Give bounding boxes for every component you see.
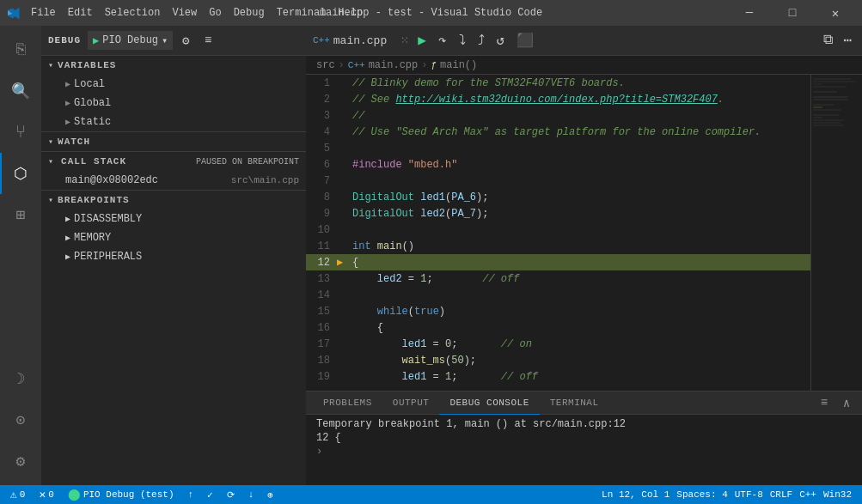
status-debug-label[interactable]: ⬤ PIO Debug (test): [64, 485, 178, 504]
status-spaces[interactable]: Spaces: 4: [673, 485, 731, 504]
error-icon: ⚠: [10, 488, 17, 501]
minimap: [810, 75, 862, 391]
debug-play-icon: ▶: [93, 34, 99, 47]
step-out-button[interactable]: ⤴: [474, 31, 488, 51]
code-line-19: 19 led1 = 1; // off: [306, 368, 862, 385]
panel: PROBLEMS OUTPUT DEBUG CONSOLE TERMINAL ≡…: [306, 391, 862, 485]
menu-selection[interactable]: Selection: [100, 5, 166, 21]
title-bar-controls: ─ □ ✕: [730, 0, 855, 26]
menu-help[interactable]: Help: [333, 5, 368, 21]
activity-bar: ⎘ 🔍 ⑂ ⬡ ⊞ ☽ ⊙ ⚙: [0, 26, 41, 485]
status-platform[interactable]: Win32: [820, 485, 855, 504]
callstack-label: CALL STACK: [61, 156, 126, 167]
debug-toolbar: DEBUG ▶ PIO Debug ▾ ⚙ ≡: [41, 26, 306, 56]
activity-item-explorer[interactable]: ⎘: [0, 29, 41, 70]
debug-label: DEBUG: [48, 35, 81, 46]
code-line-17: 17 led1 = 0; // on: [306, 336, 862, 352]
breakpoints-header[interactable]: ▾ BREAKPOINTS: [41, 191, 306, 209]
memory-label: MEMORY: [74, 232, 111, 244]
activity-item-settings[interactable]: ⚙: [0, 440, 41, 482]
peripherals-item[interactable]: ▶ PERIPHERALS: [41, 247, 306, 266]
activity-item-platformio[interactable]: ☽: [0, 358, 41, 399]
status-add[interactable]: ⊕: [264, 485, 277, 504]
error-count: 0: [20, 489, 26, 500]
menu-go[interactable]: Go: [204, 5, 226, 21]
debug-dropdown[interactable]: ▶ PIO Debug ▾: [88, 31, 173, 50]
code-line-1: 1 // Blinky demo for the STM32F407VET6 b…: [306, 75, 862, 91]
panel-menu-button[interactable]: ≡: [816, 394, 833, 411]
activity-item-search[interactable]: 🔍: [0, 70, 41, 112]
stop-button[interactable]: ⬛: [513, 30, 537, 51]
status-sync-down[interactable]: ↓: [245, 485, 258, 504]
debug-icon: ⬡: [14, 164, 28, 183]
disassembly-item[interactable]: ▶ DISASSEMBLY: [41, 209, 306, 228]
close-button[interactable]: ✕: [816, 0, 855, 26]
platform-text: Win32: [823, 489, 852, 500]
tab-debug-console[interactable]: DEBUG CONSOLE: [439, 392, 539, 415]
code-lines: 1 // Blinky demo for the STM32F407VET6 b…: [306, 75, 862, 391]
code-line-15: 15 while(true): [306, 303, 862, 319]
breadcrumb-func[interactable]: main(): [440, 59, 477, 71]
menu-terminal[interactable]: Terminal: [272, 5, 332, 21]
status-refresh[interactable]: ⟳: [223, 485, 238, 504]
status-warnings[interactable]: ✕ 0: [35, 485, 57, 504]
spaces-text: Spaces: 4: [676, 489, 727, 500]
minimize-button[interactable]: ─: [730, 0, 769, 26]
variables-label: VARIABLES: [58, 60, 116, 70]
tab-output[interactable]: OUTPUT: [382, 392, 440, 415]
vscode-logo-icon: [7, 6, 21, 20]
maximize-button[interactable]: □: [773, 0, 812, 26]
code-line-8: 8 DigitalOut led1(PA_6);: [306, 189, 862, 205]
debug-settings-button[interactable]: ⚙: [176, 31, 195, 50]
breadcrumb-file[interactable]: main.cpp: [369, 59, 419, 71]
menu-edit[interactable]: Edit: [63, 5, 98, 21]
panel-input-line: ›: [316, 446, 852, 458]
activity-item-extensions[interactable]: ⊞: [0, 194, 41, 235]
callstack-header[interactable]: ▾ CALL STACK PAUSED ON BREAKPOINT: [41, 152, 306, 171]
restart-button[interactable]: ↺: [493, 30, 509, 51]
code-editor[interactable]: 1 // Blinky demo for the STM32F407VET6 b…: [306, 75, 862, 485]
split-editor-button[interactable]: ⧉: [820, 30, 836, 51]
status-language[interactable]: C++: [796, 485, 820, 504]
status-encoding[interactable]: UTF-8: [731, 485, 767, 504]
editor-debug-toolbar: C++ main.cpp ⁙ ▶ ↷ ⤵ ⤴ ↺ ⬛ ⧉ ⋯: [306, 26, 862, 56]
continue-button[interactable]: ▶: [414, 30, 430, 51]
code-line-4: 4 // Use "Seed Arch Max" as target platf…: [306, 124, 862, 140]
activity-item-accounts[interactable]: ⊙: [0, 399, 41, 440]
menu-file[interactable]: File: [26, 5, 61, 21]
callstack-item-main[interactable]: main@0x08002edc src\main.cpp: [41, 171, 306, 190]
code-line-5: 5: [306, 140, 862, 156]
disassembly-label: DISASSEMBLY: [74, 213, 142, 225]
activity-item-source-control[interactable]: ⑂: [0, 112, 41, 153]
status-check[interactable]: ✓: [204, 485, 217, 504]
menu-view[interactable]: View: [167, 5, 202, 21]
watch-section-header[interactable]: ▾ WATCH: [41, 132, 306, 151]
watch-chevron-icon: ▾: [48, 137, 54, 147]
sidebar: DEBUG ▶ PIO Debug ▾ ⚙ ≡ ▾ VARIABLES ▶ Lo…: [41, 26, 306, 485]
code-line-7: 7: [306, 173, 862, 189]
memory-item[interactable]: ▶ MEMORY: [41, 228, 306, 247]
status-line-col[interactable]: Ln 12, Col 1: [598, 485, 673, 504]
sync-down-icon: ↓: [248, 489, 254, 500]
activity-item-debug[interactable]: ⬡: [0, 153, 41, 194]
check-icon: ✓: [207, 489, 213, 501]
breadcrumb-sep-1: ›: [339, 59, 345, 71]
debug-menu-button[interactable]: ≡: [199, 31, 217, 50]
variables-global-item[interactable]: ▶ Global: [41, 94, 306, 112]
variables-chevron-icon: ▾: [48, 60, 54, 70]
main-content: ⎘ 🔍 ⑂ ⬡ ⊞ ☽ ⊙ ⚙ DEBUG: [0, 26, 862, 485]
tab-problems[interactable]: PROBLEMS: [313, 392, 382, 415]
menu-debug[interactable]: Debug: [229, 5, 270, 21]
step-over-button[interactable]: ↷: [435, 30, 450, 51]
status-errors[interactable]: ⚠ 0: [7, 485, 28, 504]
tab-terminal[interactable]: TERMINAL: [540, 392, 609, 415]
panel-collapse-button[interactable]: ∧: [838, 394, 855, 411]
variables-local-item[interactable]: ▶ Local: [41, 75, 306, 94]
status-eol[interactable]: CRLF: [767, 485, 796, 504]
step-into-button[interactable]: ⤵: [455, 31, 469, 51]
variables-static-item[interactable]: ▶ Static: [41, 112, 306, 131]
more-actions-button[interactable]: ⋯: [840, 30, 855, 51]
breadcrumb-src[interactable]: src: [316, 59, 335, 71]
variables-section-header[interactable]: ▾ VARIABLES: [41, 56, 306, 75]
status-sync-up[interactable]: ↑: [185, 485, 198, 504]
